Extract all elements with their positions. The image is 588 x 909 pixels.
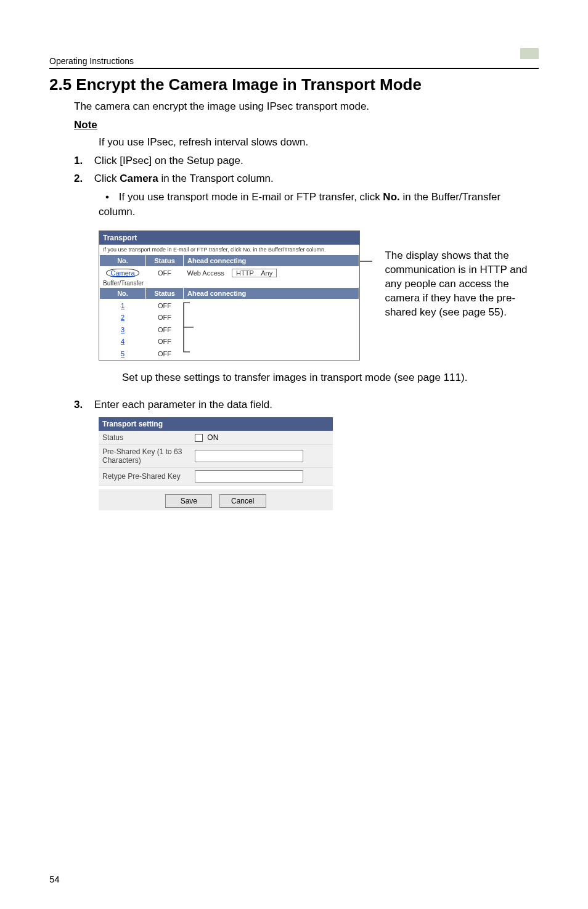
row-status: OFF bbox=[146, 311, 184, 324]
step-2-bullet: • If you use transport mode in E-mail or… bbox=[99, 190, 539, 219]
transport-setting-title: Transport setting bbox=[99, 417, 333, 431]
step-2: 2. Click Camera in the Transport column. bbox=[74, 171, 539, 186]
annotation-text: The display shows that the communication… bbox=[385, 249, 539, 320]
status-cell: OFF bbox=[146, 266, 184, 279]
note-heading: Note bbox=[74, 119, 539, 131]
button-row: Save Cancel bbox=[99, 489, 333, 510]
psk-label: Pre-Shared Key (1 to 63 Characters) bbox=[102, 447, 195, 465]
running-header: Operating Instructions bbox=[49, 56, 134, 66]
step-2-text-pre: Click bbox=[94, 173, 120, 184]
webaccess-label: Web Access bbox=[187, 269, 224, 277]
transport-setting-panel: Transport setting Status ON Pre-Shared K… bbox=[99, 417, 333, 510]
table-row: 1 OFF bbox=[100, 299, 359, 311]
page-number: 54 bbox=[49, 874, 60, 884]
row-status: OFF bbox=[146, 348, 184, 360]
row-no-link[interactable]: 4 bbox=[121, 338, 125, 345]
table-row: Camera OFF Web Access HTTP Any bbox=[100, 266, 359, 279]
step-1: 1. Click [IPsec] on the Setup page. bbox=[74, 153, 539, 168]
section-title: 2.5 Encrypt the Camera Image in Transpor… bbox=[49, 75, 539, 94]
save-button[interactable]: Save bbox=[165, 494, 212, 508]
step-3: 3. Enter each parameter in the data fiel… bbox=[74, 397, 539, 412]
status-label: Status bbox=[102, 433, 195, 442]
col-no: No. bbox=[100, 255, 146, 266]
step-3-number: 3. bbox=[74, 397, 91, 412]
cancel-button[interactable]: Cancel bbox=[219, 494, 266, 508]
row-status: OFF bbox=[146, 324, 184, 336]
bullet-icon: • bbox=[99, 190, 116, 205]
col-no-2: No. bbox=[100, 287, 146, 299]
status-on-label: ON bbox=[207, 433, 218, 442]
step-2-bullet-pre: If you use transport mode in E-mail or F… bbox=[119, 191, 383, 203]
psk-row: Pre-Shared Key (1 to 63 Characters) bbox=[99, 445, 333, 468]
intro-text: The camera can encrypt the image using I… bbox=[74, 99, 539, 114]
transport-top-table: No. Status Ahead connecting Camera OFF W… bbox=[99, 255, 359, 279]
row-no-link[interactable]: 1 bbox=[121, 302, 125, 309]
col-ahead: Ahead connecting bbox=[184, 255, 359, 266]
psk-input[interactable] bbox=[195, 450, 303, 462]
retype-psk-row: Retype Pre-Shared Key bbox=[99, 468, 333, 486]
row-no-link[interactable]: 3 bbox=[121, 326, 125, 333]
step-2-text-post: in the Transport column. bbox=[158, 173, 274, 184]
http-box: HTTP Any bbox=[232, 269, 277, 277]
leader-line-icon bbox=[360, 255, 372, 267]
status-row: Status ON bbox=[99, 431, 333, 445]
header-colorbar bbox=[520, 48, 539, 59]
bracket-icon bbox=[181, 301, 195, 357]
step-1-number: 1. bbox=[74, 153, 91, 168]
row-no-link[interactable]: 2 bbox=[121, 314, 125, 321]
transport-panel-title: Transport bbox=[99, 231, 359, 245]
transport-panel-note: If you use transport mode in E-mail or F… bbox=[99, 245, 359, 255]
col-status: Status bbox=[146, 255, 184, 266]
step-2-text-bold: Camera bbox=[120, 173, 158, 184]
step-2-number: 2. bbox=[74, 171, 91, 186]
status-checkbox[interactable] bbox=[195, 434, 203, 442]
retype-psk-input[interactable] bbox=[195, 470, 303, 483]
below-figure-text: Set up these settings to transfer images… bbox=[122, 372, 539, 384]
buffer-transfer-heading: Buffer/Transfer bbox=[99, 279, 359, 287]
col-ahead-2: Ahead connecting bbox=[184, 287, 359, 299]
col-status-2: Status bbox=[146, 287, 184, 299]
retype-psk-label: Retype Pre-Shared Key bbox=[102, 472, 195, 481]
camera-link[interactable]: Camera bbox=[106, 269, 139, 277]
row-status: OFF bbox=[146, 336, 184, 348]
step-2-bullet-bold: No. bbox=[383, 191, 399, 203]
step-3-text: Enter each parameter in the data field. bbox=[94, 399, 272, 410]
note-body: If you use IPsec, refresh interval slows… bbox=[99, 135, 539, 150]
transport-buffer-table: No. Status Ahead connecting 1 OFF 2 OFF bbox=[99, 287, 359, 360]
row-no-link[interactable]: 5 bbox=[121, 350, 125, 357]
transport-panel: Transport If you use transport mode in E… bbox=[99, 230, 360, 361]
step-1-text: Click [IPsec] on the Setup page. bbox=[94, 155, 243, 166]
ahead-cell: Web Access HTTP Any bbox=[184, 266, 359, 279]
row-status: OFF bbox=[146, 299, 184, 311]
